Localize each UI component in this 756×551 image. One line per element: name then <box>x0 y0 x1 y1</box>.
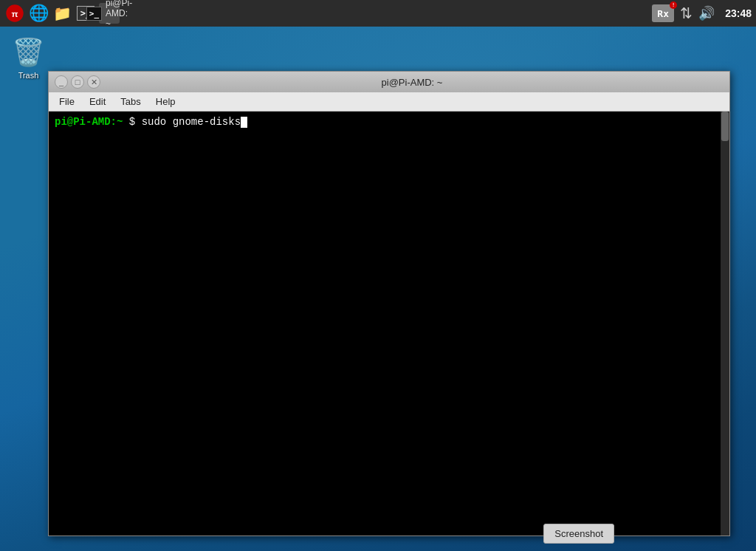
globe-icon: 🌐 <box>29 4 49 23</box>
window-title: pi@Pi-AMD: ~ <box>100 77 724 88</box>
terminal-prompt-user: pi@Pi-AMD:~ <box>55 116 123 128</box>
terminal-prompt-line: pi@Pi-AMD:~ $ sudo gnome-disks <box>55 116 724 128</box>
trash-icon-img: 🗑️ <box>12 37 45 68</box>
menu-file[interactable]: File <box>52 95 82 109</box>
speaker-icon: 🔊 <box>698 5 715 21</box>
clock: 23:48 <box>725 7 752 19</box>
terminal-menu-bar: File Edit Tabs Help <box>49 92 729 112</box>
network-arrows-icon: ⇅ <box>680 4 693 22</box>
taskbar-left: π 🌐 📁 >_ >_ pi@Pi-AMD: ~ <box>4 3 652 24</box>
terminal-window: _ □ ✕ pi@Pi-AMD: ~ File Edit Tabs Help p… <box>48 71 730 536</box>
terminal-command: sudo gnome-disks <box>142 116 241 128</box>
minimize-button[interactable]: _ <box>55 75 68 89</box>
minimize-icon: _ <box>59 78 63 86</box>
close-icon: ✕ <box>91 78 97 87</box>
trash-desktop-icon[interactable]: 🗑️ Trash <box>12 37 45 80</box>
raspberry-pi-menu-button[interactable]: π <box>4 3 25 24</box>
taskbar-right: Rx ! ⇅ 🔊 23:48 <box>652 4 752 22</box>
terminal-body[interactable]: pi@Pi-AMD:~ $ sudo gnome-disks <box>49 112 729 535</box>
terminal-scrollbar-thumb[interactable] <box>721 112 729 141</box>
menu-help[interactable]: Help <box>148 95 183 109</box>
terminal-2-button[interactable]: >_ pi@Pi-AMD: ~ <box>99 3 120 24</box>
maximize-button[interactable]: □ <box>71 75 84 89</box>
maximize-icon: □ <box>75 78 80 86</box>
desktop: π 🌐 📁 >_ >_ pi@Pi-AMD: ~ <box>0 0 756 551</box>
taskbar-window-title: pi@Pi-AMD: ~ <box>106 0 132 29</box>
taskbar: π 🌐 📁 >_ >_ pi@Pi-AMD: ~ <box>0 0 756 27</box>
trash-label: Trash <box>18 71 39 80</box>
file-manager-button[interactable]: 📁 <box>52 3 72 24</box>
folder-icon: 📁 <box>53 4 72 22</box>
menu-edit[interactable]: Edit <box>82 95 113 109</box>
globe-browser-button[interactable]: 🌐 <box>28 3 49 24</box>
svg-text:π: π <box>12 9 18 18</box>
terminal-2-icon: >_ <box>86 7 102 21</box>
menu-tabs[interactable]: Tabs <box>113 95 148 109</box>
terminal-prompt-dollar: $ <box>123 116 141 128</box>
terminal-scrollbar[interactable] <box>721 112 729 535</box>
terminal-title-bar[interactable]: _ □ ✕ pi@Pi-AMD: ~ <box>49 72 729 92</box>
rx-icon[interactable]: Rx ! <box>652 4 674 22</box>
close-button[interactable]: ✕ <box>87 75 100 89</box>
terminal-cursor <box>241 117 247 128</box>
rx-badge: ! <box>670 1 677 9</box>
title-bar-buttons: _ □ ✕ <box>55 75 100 89</box>
screenshot-button[interactable]: Screenshot <box>543 524 614 544</box>
